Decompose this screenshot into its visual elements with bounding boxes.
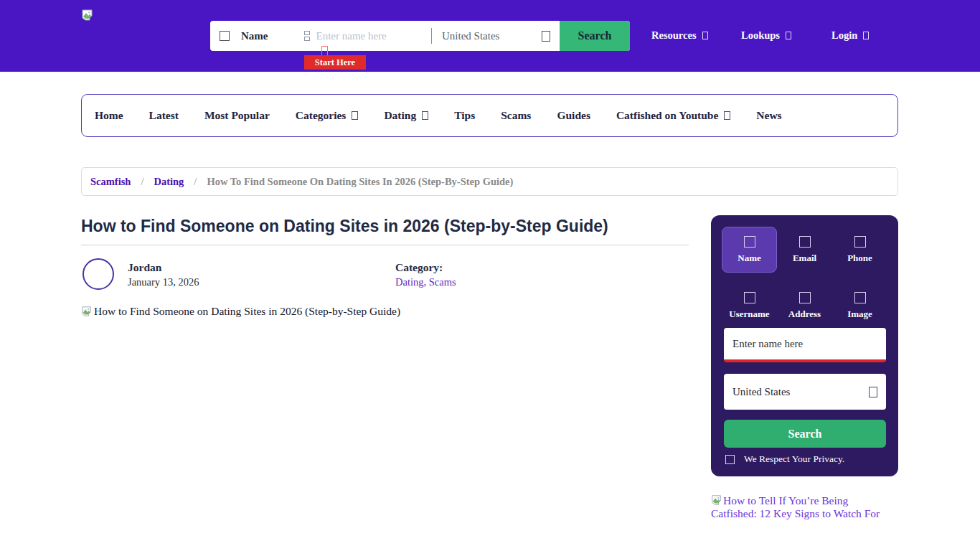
header-search-button[interactable]: Search <box>560 21 630 51</box>
nav-item-home[interactable]: Home <box>95 109 123 122</box>
author-avatar <box>83 258 114 290</box>
chevron-down-icon <box>542 31 550 42</box>
email-icon <box>799 236 811 248</box>
header-country-select[interactable]: United States <box>432 21 560 51</box>
category-links: Dating, Scams <box>395 276 456 288</box>
start-here-badge[interactable]: Start Here <box>304 55 366 70</box>
title-divider <box>81 245 689 245</box>
country-value: United States <box>732 386 790 398</box>
hero-image-alt-text: How to Find Someone on Dating Sites in 2… <box>94 305 400 318</box>
person-icon <box>304 31 310 41</box>
nav-item-tips[interactable]: Tips <box>454 109 475 122</box>
related-article-link[interactable]: How to Tell If You’re Being Catfished: 1… <box>711 494 895 520</box>
search-type-label[interactable]: Name <box>241 30 268 42</box>
nav-item-latest[interactable]: Latest <box>149 109 179 122</box>
nav-item-catfished-on-youtube[interactable]: Catfished on Youtube <box>616 109 730 122</box>
header-menu-lookups[interactable]: Lookups <box>741 29 791 42</box>
hero-image-broken: How to Find Someone on Dating Sites in 2… <box>81 305 400 318</box>
broken-image-icon <box>81 9 94 22</box>
privacy-text: We Respect Your Privacy. <box>744 453 844 465</box>
breadcrumb-separator: / <box>141 176 143 188</box>
header-search-bar: Name United States Search <box>210 21 630 51</box>
publish-date: January 13, 2026 <box>128 276 199 288</box>
tab-username[interactable]: Username <box>722 283 777 329</box>
tab-name[interactable]: Name <box>722 227 777 273</box>
chevron-down-icon <box>724 111 730 120</box>
address-icon <box>799 292 811 303</box>
menu-resources-label: Resources <box>651 29 697 42</box>
tab-email[interactable]: Email <box>777 227 832 273</box>
chevron-down-icon <box>422 111 428 120</box>
category-link-dating[interactable]: Dating <box>395 276 423 288</box>
main-nav: Home Latest Most Popular Categories Dati… <box>81 94 898 137</box>
phone-icon <box>854 236 866 248</box>
menu-lookups-label: Lookups <box>741 29 780 42</box>
sidebar-search-widget: Name Email Phone Username Address Image <box>711 215 898 476</box>
tab-phone[interactable]: Phone <box>832 227 887 273</box>
header-menu-resources[interactable]: Resources <box>651 29 708 42</box>
article-header: How to Find Someone on Dating Sites in 2… <box>81 214 689 336</box>
search-type-tabs: Name Email Phone Username Address Image <box>722 227 887 329</box>
page: Name United States Search Start Here Res… <box>0 0 980 551</box>
tab-image[interactable]: Image <box>832 283 887 329</box>
arrow-up-icon <box>321 46 328 56</box>
nav-item-guides[interactable]: Guides <box>557 109 590 122</box>
category-separator: , <box>423 276 428 288</box>
menu-login-label: Login <box>831 29 857 42</box>
breadcrumb: Scamfish / Dating / How To Find Someone … <box>81 167 898 196</box>
chevron-down-icon <box>786 32 791 39</box>
nav-item-dating[interactable]: Dating <box>384 109 428 122</box>
sidebar-name-input[interactable] <box>724 328 886 362</box>
breadcrumb-separator: / <box>194 176 197 188</box>
broken-image-icon <box>711 494 722 506</box>
nav-item-most-popular[interactable]: Most Popular <box>204 109 270 122</box>
tab-address[interactable]: Address <box>777 283 832 329</box>
privacy-checkbox[interactable] <box>725 455 735 464</box>
image-icon <box>854 292 866 303</box>
nav-item-scams[interactable]: Scams <box>501 109 531 122</box>
site-logo[interactable] <box>81 9 94 22</box>
related-article-title: How to Tell If You’re Being Catfished: 1… <box>711 494 880 519</box>
breadcrumb-home-link[interactable]: Scamfish <box>90 176 131 188</box>
sidebar-country-select[interactable]: United States <box>724 374 886 410</box>
chevron-down-icon <box>869 387 877 397</box>
author-name: Jordan <box>128 261 161 274</box>
country-value: United States <box>442 30 499 42</box>
header-menu-login[interactable]: Login <box>831 29 869 42</box>
sidebar-search-button[interactable]: Search <box>724 420 886 448</box>
privacy-row: We Respect Your Privacy. <box>725 453 844 465</box>
breadcrumb-current-page: How To Find Someone On Dating Sites In 2… <box>207 176 513 188</box>
search-type-section: Name <box>210 21 431 51</box>
nav-item-news[interactable]: News <box>756 109 781 122</box>
name-icon <box>744 236 755 248</box>
username-icon <box>744 292 755 303</box>
page-title: How to Find Someone on Dating Sites in 2… <box>81 217 608 236</box>
breadcrumb-dating-link[interactable]: Dating <box>154 176 184 188</box>
nav-item-categories[interactable]: Categories <box>296 109 359 122</box>
category-link-scams[interactable]: Scams <box>429 276 456 288</box>
broken-image-icon <box>81 306 93 317</box>
chevron-down-icon <box>702 32 708 39</box>
search-type-checkbox-icon[interactable] <box>220 31 230 41</box>
header-name-input[interactable] <box>316 30 428 42</box>
category-label: Category: <box>395 261 443 274</box>
site-header: Name United States Search Start Here Res… <box>0 0 980 72</box>
chevron-down-icon <box>863 32 869 39</box>
chevron-down-icon <box>352 111 358 120</box>
